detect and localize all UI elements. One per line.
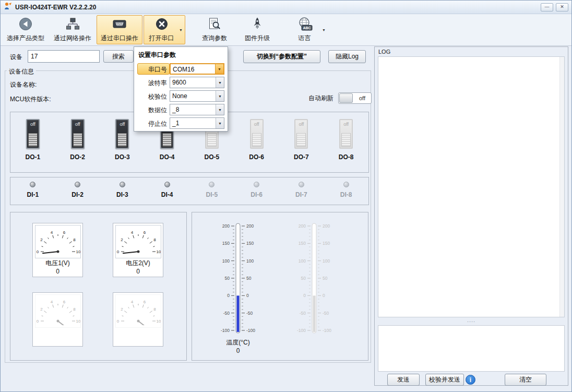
info-icon[interactable]: i (466, 375, 475, 385)
toolbar-language[interactable]: ABC 语言 ▼ (287, 15, 328, 44)
data-bits-row: 数据位 _8 ▼ (137, 103, 224, 116)
dropdown-caret-icon[interactable]: ▼ (179, 28, 183, 32)
do-3-switch[interactable]: off (115, 119, 129, 149)
switch-knob (252, 133, 261, 147)
search-params-icon (207, 17, 222, 33)
close-button[interactable]: ✕ (556, 3, 568, 11)
do-2-switch[interactable]: off (71, 119, 85, 149)
di-cell: DI-3 (100, 177, 145, 205)
temperature-panel: 200200150150100100505000-50-50-100-100 温… (192, 212, 368, 361)
toolbar-open-serial-port[interactable]: 打开串口 ▼ (144, 15, 185, 44)
device-info-title: 设备信息 (7, 67, 36, 76)
svg-text:8: 8 (153, 307, 156, 312)
di-6-led-icon (254, 182, 259, 187)
di-cell: DI-7 (279, 177, 324, 205)
svg-text:100: 100 (222, 258, 230, 264)
svg-text:50: 50 (225, 276, 230, 281)
toolbar-firmware-upgrade[interactable]: 固件升级 (236, 15, 278, 44)
clear-button[interactable]: 清空 (505, 374, 546, 386)
do-6-switch[interactable]: off (250, 119, 264, 149)
svg-text:-50: -50 (300, 311, 306, 316)
temperature-thermometer-1: 200200150150100100505000-50-50-100-100 温… (212, 220, 264, 354)
svg-text:150: 150 (222, 241, 230, 246)
svg-text:4: 4 (50, 230, 53, 235)
combo-caret-icon[interactable]: ▼ (216, 91, 224, 101)
gauge-dial: 0246810 (35, 294, 81, 328)
do-cell: offDO-1 (10, 112, 55, 172)
toolbar-select-product-type[interactable]: 选择产品类型 (3, 15, 49, 44)
svg-text:50: 50 (246, 276, 252, 281)
combo-caret-icon[interactable]: ▼ (215, 64, 223, 74)
log-input-area[interactable] (378, 325, 565, 372)
log-button-row: 发送 校验并发送 i 清空 (375, 374, 568, 387)
di-3-led-icon (120, 182, 125, 187)
svg-text:10: 10 (76, 250, 80, 254)
di-indicator-panel: DI-1 DI-2 DI-3 DI-4 DI-5 DI-6 DI-7 DI-8 (10, 177, 369, 205)
svg-text:0: 0 (246, 293, 249, 298)
svg-text:2: 2 (121, 237, 123, 242)
svg-text:8: 8 (73, 237, 76, 242)
di-cell: DI-1 (10, 177, 55, 205)
voltage-gauge-3: 0246810 (32, 292, 83, 347)
switch-knob (207, 133, 217, 147)
do-cell: offDO-6 (234, 112, 279, 172)
baud-rate-select[interactable]: 9600 ▼ (170, 77, 224, 88)
toolbar-operate-via-serial[interactable]: 通过串口操作 (97, 15, 142, 44)
svg-text:100: 100 (299, 258, 306, 264)
log-output-area[interactable] (378, 56, 565, 317)
window-controls: — ✕ (541, 3, 568, 11)
hide-log-button[interactable]: 隐藏Log (328, 50, 366, 63)
serial-port-row: 串口号 COM16 ▼ (137, 62, 224, 76)
toolbar-operate-via-network[interactable]: 通过网络操作 (50, 15, 96, 44)
parity-select[interactable]: None ▼ (170, 90, 224, 102)
log-scrollbar[interactable] (559, 57, 564, 317)
svg-text:50: 50 (301, 276, 306, 281)
svg-text:-100: -100 (221, 328, 230, 333)
svg-text:10: 10 (76, 319, 80, 324)
titlebar: USR-IO424T-EWR V2.2.2.20 — ✕ (1, 1, 571, 14)
gauge-dial: 0246810 (115, 294, 161, 328)
device-input[interactable] (28, 50, 100, 63)
mcu-version-label: MCU软件版本: (10, 95, 51, 104)
svg-text:-100: -100 (246, 328, 255, 333)
switch-knob (162, 133, 172, 147)
svg-text:0: 0 (36, 250, 39, 254)
svg-text:6: 6 (143, 230, 146, 235)
do-8-switch[interactable]: off (339, 119, 353, 149)
search-button[interactable]: 搜索 (103, 50, 134, 63)
voltage-gauge-panel: 0246810 电压1(V) 0 0246810 电压2(V) 0 024681… (10, 212, 187, 361)
device-label: 设备 (10, 53, 22, 62)
verify-and-send-button[interactable]: 校验并发送 (425, 374, 464, 386)
svg-text:ABC: ABC (303, 26, 311, 30)
stop-bits-select[interactable]: _1 ▼ (170, 117, 224, 129)
do-1-switch[interactable]: off (26, 119, 40, 149)
svg-text:0: 0 (303, 293, 306, 298)
auto-refresh-control: 自动刷新 off (308, 92, 372, 104)
svg-text:8: 8 (153, 237, 156, 242)
do-7-switch[interactable]: off (294, 119, 308, 149)
svg-text:0: 0 (116, 250, 119, 254)
send-button[interactable]: 发送 (387, 374, 420, 386)
parity-row: 校验位 None ▼ (137, 89, 224, 103)
di-5-led-icon (209, 182, 214, 187)
stop-bits-row: 停止位 _1 ▼ (137, 116, 224, 130)
combo-caret-icon[interactable]: ▼ (216, 104, 224, 115)
baud-rate-row: 波特率 9600 ▼ (137, 76, 224, 89)
svg-text:50: 50 (323, 276, 328, 281)
dropdown-caret-icon[interactable]: ▼ (322, 28, 326, 32)
network-icon (65, 17, 80, 33)
data-bits-select[interactable]: _8 ▼ (170, 104, 224, 115)
temperature-thermometer-2: 200200150150100100505000-50-50-100-100 (288, 220, 340, 338)
do-cell: offDO-7 (279, 112, 324, 172)
log-splitter-handle[interactable]: .... (378, 318, 565, 324)
serial-params-title: 设置串口参数 (138, 51, 224, 60)
switch-to-param-config-button[interactable]: 切换到“参数配置” (243, 50, 320, 63)
combo-caret-icon[interactable]: ▼ (216, 118, 224, 128)
voltage-gauge-1: 0246810 电压1(V) 0 (32, 223, 83, 277)
combo-caret-icon[interactable]: ▼ (216, 77, 224, 88)
serial-port-select[interactable]: COM16 ▼ (170, 63, 224, 75)
minimize-button[interactable]: — (541, 3, 553, 11)
svg-text:150: 150 (246, 241, 254, 246)
auto-refresh-toggle[interactable]: off (338, 92, 372, 104)
toolbar-query-params[interactable]: 查询参数 (194, 15, 235, 44)
